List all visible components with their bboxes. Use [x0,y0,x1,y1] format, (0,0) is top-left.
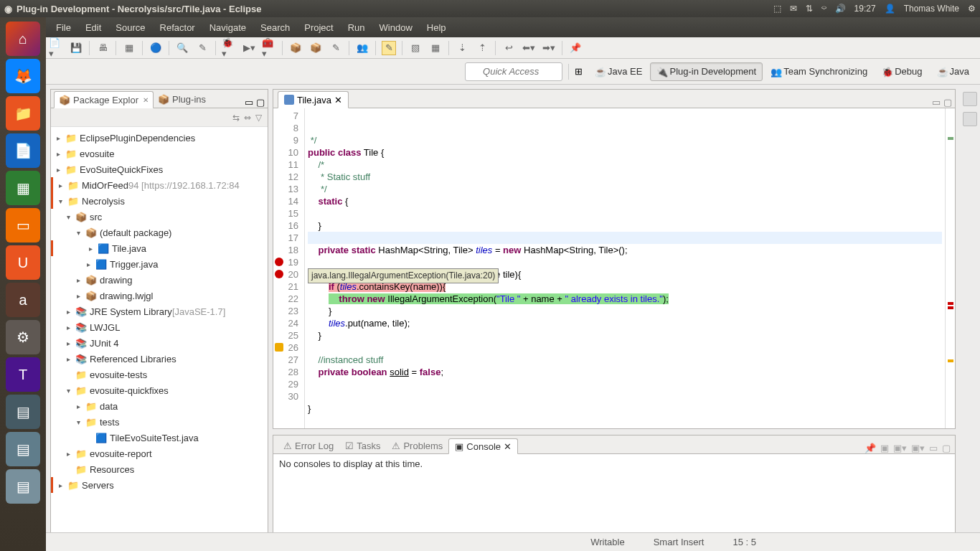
perspective-team-synchronizing[interactable]: 👥Team Synchronizing [764,62,874,81]
minimize-icon[interactable]: ▭ [932,97,941,108]
unity-launcher[interactable]: ⌂ 🦊 📁 📄 ▦ ▭ U a ⚙ T ▤ ▤ ▤ [0,17,46,551]
menu-navigate[interactable]: Navigate [204,19,252,36]
dash-icon[interactable]: ⌂ [6,22,40,56]
quick-access-input[interactable] [465,62,562,81]
prev-annot-button[interactable]: ⇡ [475,41,489,55]
menu-refactor[interactable]: Refactor [154,19,201,36]
firefox-icon[interactable]: 🦊 [6,59,40,93]
tree-item[interactable]: ▸📦drawing [51,272,268,288]
team-button[interactable]: 👥 [355,41,369,55]
view-menu-icon[interactable]: ▽ [255,113,262,123]
menu-file[interactable]: File [50,19,77,36]
sys-indicators[interactable]: ⬚ ✉ ⇅ ⌔ 🔊 19:27 👤 Thomas White ⚙ [773,4,976,14]
tree-item[interactable]: ▸📁evosuite-report [51,446,268,461]
tree-item[interactable]: ▾📁Necrolysis [51,193,268,209]
debug-button[interactable]: 🐞▾ [222,41,236,55]
code-editor[interactable]: 7891011121314151617181920212223242526272… [273,108,955,428]
mail-icon[interactable]: ✉ [790,4,797,14]
link-editor-icon[interactable]: ⇔ [244,113,251,123]
tree-item[interactable]: ▾📁tests [51,414,268,430]
new-plugin-button[interactable]: 📦 [288,41,303,55]
outline-icon[interactable] [963,92,977,106]
tree-item[interactable]: ▸🟦Trigger.java [51,256,268,272]
open-plugin-button[interactable]: 📦 [308,41,323,55]
perspective-java[interactable]: ☕Java [930,62,976,81]
tree-item[interactable]: ▸📁evosuite [51,146,268,161]
network-icon[interactable]: ⇅ [806,4,813,14]
tab-error-log[interactable]: ⚠Error Log [278,438,339,453]
tree-item[interactable]: 📁evosuite-tests [51,367,268,382]
run-button[interactable]: ▶▾ [242,41,256,55]
tree-item[interactable]: ▸📚Referenced Libraries [51,351,268,367]
dropbox-icon[interactable]: ⬚ [773,4,781,14]
settings-icon[interactable]: ⚙ [6,320,40,354]
maximize-icon[interactable]: ▢ [943,97,952,108]
perspective-plug-in-development[interactable]: 🔌Plug-in Development [650,62,763,81]
gear-icon[interactable]: ⚙ [968,4,976,14]
tree-item[interactable]: ▸📚LWJGL [51,319,268,335]
app-icon[interactable]: ▤ [6,395,40,429]
tree-item[interactable]: ▾📦src [51,209,268,225]
tree-item[interactable]: ▾📦(default package) [51,225,268,240]
line-gutter[interactable]: 7891011121314151617181920212223242526272… [273,108,305,428]
code-area[interactable]: */public class Tile { /* * Static stuff … [305,108,945,428]
amazon-icon[interactable]: a [6,283,40,317]
build-button[interactable]: ▦ [122,41,136,55]
save-button[interactable]: 💾 [69,41,83,55]
pin-button[interactable]: 📌 [568,41,583,55]
calc-icon[interactable]: ▦ [6,171,40,205]
tab-problems[interactable]: ⚠Problems [386,438,448,453]
ubuntu-software-icon[interactable]: U [6,245,40,280]
writer-icon[interactable]: 📄 [6,133,40,168]
tree-item[interactable]: ▸📁MidOrFeed 94 [https://192.168.1.72:84 [51,177,268,193]
last-edit-button[interactable]: ↩ [501,41,516,55]
overview-ruler[interactable] [945,108,955,428]
tree-item[interactable]: ▸📁data [51,398,268,414]
right-trim[interactable] [960,85,980,551]
menu-window[interactable]: Window [374,19,418,36]
open-type-button[interactable]: 🔵 [149,41,163,55]
menu-edit[interactable]: Edit [80,19,107,36]
back-button[interactable]: ⬅▾ [522,41,536,55]
view-tab-plug-ins[interactable]: 📦Plug-ins [154,90,210,108]
tex-icon[interactable]: T [6,357,40,392]
impress-icon[interactable]: ▭ [6,208,40,242]
print-button[interactable]: 🖶 [95,41,110,55]
show-whitespace-button[interactable]: ▦ [428,41,443,55]
ext-tools-button[interactable]: 🧰▾ [262,41,276,55]
package-tree[interactable]: ▸📁EclipsePluginDependencies▸📁evosuite▸📁E… [51,127,268,546]
tab-console[interactable]: ▣Console ✕ [448,438,518,454]
menu-project[interactable]: Project [298,19,339,36]
tree-item[interactable]: ▸📦drawing.lwjgl [51,288,268,303]
user-name[interactable]: Thomas White [904,4,959,14]
pde-button[interactable]: ✎ [329,41,343,55]
next-annot-button[interactable]: ⇣ [455,41,469,55]
tree-item[interactable]: ▸📚JUnit 4 [51,335,268,351]
app-icon[interactable]: ▤ [6,432,40,466]
view-tab-package-explor[interactable]: 📦Package Explor✕ [54,91,154,108]
tree-item[interactable]: 📁Resources [51,461,268,477]
tree-item[interactable]: ▸📚JRE System Library [JavaSE-1.7] [51,303,268,319]
perspective-debug[interactable]: 🐞Debug [875,62,928,81]
close-icon[interactable]: ✕ [334,95,342,105]
perspective-java-ee[interactable]: ☕Java EE [588,62,649,81]
open-perspective-button[interactable]: ⊞ [575,66,583,77]
search-button[interactable]: 🔍 [175,41,189,55]
tab-tasks[interactable]: ☑Tasks [339,438,386,453]
tree-item[interactable]: ▸🟦Tile.java [51,240,268,256]
menu-search[interactable]: Search [255,19,296,36]
clock[interactable]: 19:27 [854,4,876,14]
collapse-icon[interactable]: ⇆ [232,113,240,123]
annotate-button[interactable]: ✎ [195,41,209,55]
editor-tab-tile[interactable]: Tile.java ✕ [278,91,349,108]
tree-item[interactable]: ▸📁EclipsePluginDependencies [51,130,268,146]
files-icon[interactable]: 📁 [6,96,40,131]
sound-icon[interactable]: 🔊 [835,4,846,14]
toggle-block-button[interactable]: ▧ [408,41,423,55]
wifi-icon[interactable]: ⌔ [821,4,826,14]
app-icon[interactable]: ▤ [6,469,40,504]
tree-item[interactable]: ▾📁evosuite-quickfixes [51,382,268,398]
tree-item[interactable]: ▸📁EvoSuiteQuickFixes [51,161,268,177]
toggle-mark-button[interactable]: ✎ [382,41,396,55]
new-button[interactable]: 📄▾ [49,41,63,55]
